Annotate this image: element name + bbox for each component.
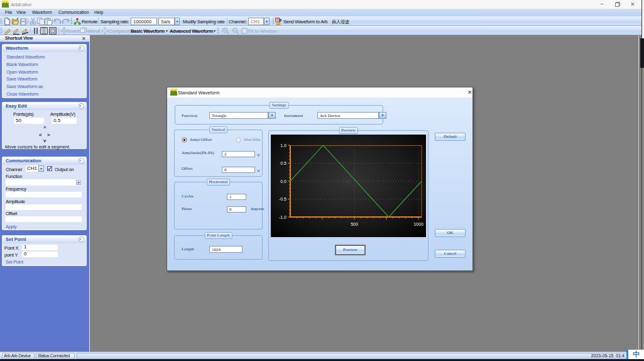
svg-text:-0.5: -0.5	[279, 197, 287, 201]
svg-text:1000: 1000	[413, 222, 423, 226]
svg-text:-1.0: -1.0	[279, 215, 287, 219]
svg-text:500: 500	[351, 222, 358, 226]
svg-text:0.5: 0.5	[280, 161, 287, 165]
svg-text:1.0: 1.0	[280, 143, 287, 148]
svg-text:0.0: 0.0	[280, 179, 287, 184]
